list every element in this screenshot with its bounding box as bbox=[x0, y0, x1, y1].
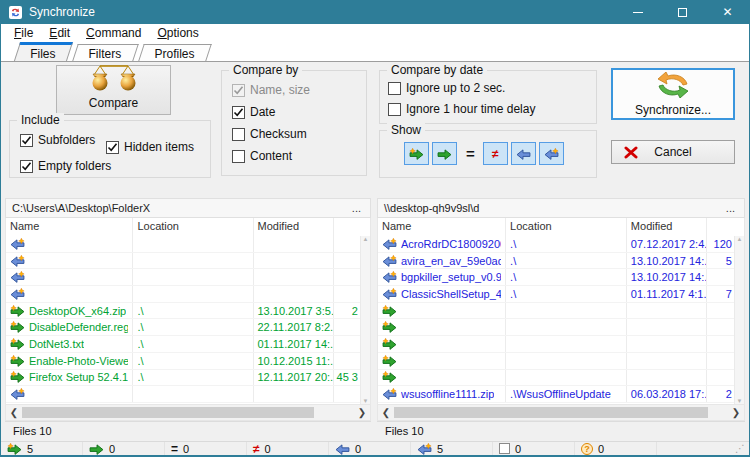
right-browse-button[interactable]: ... bbox=[719, 202, 742, 214]
file-location: .\ bbox=[133, 336, 253, 352]
checkbox-subfolders[interactable]: Subfolders bbox=[20, 133, 95, 147]
scrollbar-thumb[interactable] bbox=[22, 407, 314, 418]
column-header-name[interactable]: Name bbox=[378, 218, 506, 236]
status-checkbox-empty: 0 bbox=[493, 442, 575, 455]
minimize-button[interactable] bbox=[615, 0, 660, 24]
file-row[interactable]: Enable-Photo-Viewer....\10.12.2015 11:..… bbox=[6, 353, 370, 370]
column-header-modified[interactable]: Modified bbox=[254, 218, 334, 236]
checkbox-date[interactable]: Date bbox=[232, 105, 275, 119]
show-filter-not-equal-button[interactable]: ≠ bbox=[483, 142, 508, 165]
resize-grip[interactable]: ⋰ bbox=[735, 444, 745, 454]
compare-by-group: Compare by Name, sizeDateChecksumContent bbox=[221, 70, 367, 176]
file-row[interactable]: Firefox Setup 52.4.1es....\12.11.2017 20… bbox=[6, 370, 370, 387]
scrollbar-thumb[interactable] bbox=[394, 407, 708, 418]
file-row[interactable]: avira_en_av_59e0ade....\13.10.2017 14:..… bbox=[378, 253, 744, 270]
column-header-modified[interactable]: Modified bbox=[627, 218, 708, 236]
file-row[interactable] bbox=[6, 386, 370, 403]
menu-edit[interactable]: Edit bbox=[41, 25, 78, 42]
file-location bbox=[133, 269, 253, 285]
menu-command[interactable]: Command bbox=[78, 25, 149, 42]
column-header-size[interactable] bbox=[334, 218, 370, 236]
file-row[interactable] bbox=[378, 353, 744, 370]
file-row[interactable] bbox=[378, 336, 744, 353]
file-location bbox=[506, 336, 627, 352]
scroll-left-arrow-icon[interactable]: ❮ bbox=[6, 407, 22, 418]
status-count: 5 bbox=[437, 443, 443, 455]
file-modified bbox=[627, 353, 708, 369]
file-row[interactable]: ClassicShellSetup_4_....\01.11.2017 4:1.… bbox=[378, 286, 744, 303]
file-row[interactable]: DisableDefender.reg.\22.11.2017 8:2... bbox=[6, 319, 370, 336]
file-row[interactable] bbox=[6, 253, 370, 270]
scroll-left-arrow-icon[interactable]: ❮ bbox=[378, 407, 394, 418]
cancel-button[interactable]: Cancel bbox=[611, 140, 735, 164]
file-row[interactable] bbox=[6, 236, 370, 253]
checkbox-hidden-items[interactable]: Hidden items bbox=[106, 140, 194, 154]
left-folder-path[interactable]: C:\Users\A\Desktop\FolderX bbox=[12, 202, 150, 214]
show-filter-copy-left-new-button[interactable] bbox=[539, 142, 564, 165]
file-location: .\ bbox=[133, 319, 253, 335]
column-header-name[interactable]: Name bbox=[6, 218, 133, 236]
scroll-right-arrow-icon[interactable]: ❯ bbox=[354, 407, 370, 418]
show-filter-copy-left-button[interactable] bbox=[511, 142, 536, 165]
left-file-list: DesktopOK_x64.zip.\13.10.2017 3:5...2Dis… bbox=[5, 236, 371, 405]
file-row[interactable] bbox=[378, 319, 744, 336]
file-modified bbox=[627, 336, 708, 352]
file-row[interactable]: DotNet3.txt.\01.11.2017 14:... bbox=[6, 336, 370, 353]
file-row[interactable] bbox=[378, 303, 744, 320]
menu-file[interactable]: File bbox=[6, 25, 41, 42]
checkbox-checksum[interactable]: Checksum bbox=[232, 127, 307, 141]
file-row[interactable] bbox=[6, 286, 370, 303]
checkbox-empty-folders[interactable]: Empty folders bbox=[20, 159, 111, 173]
checkbox-ignore-up-to-2-sec[interactable]: Ignore up to 2 sec. bbox=[388, 81, 505, 95]
left-browse-button[interactable]: ... bbox=[345, 202, 368, 214]
file-name: wsusoffline1111.zip bbox=[401, 388, 494, 400]
menu-options[interactable]: Options bbox=[149, 25, 206, 42]
status-copy-right-new: 5 bbox=[1, 442, 83, 455]
checkbox-content[interactable]: Content bbox=[232, 149, 292, 163]
copy-right-new-icon bbox=[10, 371, 25, 383]
tab-files[interactable]: Files bbox=[14, 42, 74, 61]
checkbox-label: Subfolders bbox=[38, 133, 95, 147]
show-filter-copy-right-button[interactable] bbox=[432, 142, 457, 165]
close-button[interactable]: ✕ bbox=[705, 0, 750, 24]
column-header-location[interactable]: Location bbox=[133, 218, 253, 236]
checkbox-name-size: Name, size bbox=[232, 83, 310, 97]
right-horizontal-scrollbar[interactable]: ❮ ❯ bbox=[377, 405, 745, 421]
file-modified: 07.12.2017 2:4... bbox=[627, 236, 708, 252]
checkbox-ignore-1-hour-time-delay[interactable]: Ignore 1 hour time delay bbox=[388, 102, 535, 116]
synchronize-button[interactable]: Synchronize... bbox=[611, 68, 735, 120]
right-folder-path[interactable]: \\desktop-qh9v9sl\d bbox=[384, 202, 479, 214]
file-location bbox=[506, 353, 627, 369]
status-count: 0 bbox=[265, 443, 271, 455]
title-bar[interactable]: Synchronize ✕ bbox=[0, 0, 750, 24]
maximize-button[interactable] bbox=[660, 0, 705, 24]
left-vertical-scrollbar[interactable]: ▲▼ bbox=[360, 236, 370, 404]
menu-bar: FileEditCommandOptions bbox=[1, 24, 749, 43]
copy-left-new-icon bbox=[382, 271, 397, 283]
tab-profiles[interactable]: Profiles bbox=[138, 44, 212, 61]
column-header-size[interactable] bbox=[707, 218, 744, 236]
file-location: .\ bbox=[506, 236, 627, 252]
file-modified: 13.10.2017 14:... bbox=[627, 253, 708, 269]
file-row[interactable]: AcroRdrDC18009200....\07.12.2017 2:4...1… bbox=[378, 236, 744, 253]
equal-icon: = bbox=[171, 443, 178, 455]
file-row[interactable] bbox=[6, 269, 370, 286]
compare-button[interactable]: Compare bbox=[56, 65, 171, 115]
right-vertical-scrollbar[interactable]: ▲▼ bbox=[734, 236, 744, 404]
checkbox-label: Content bbox=[250, 149, 292, 163]
file-modified bbox=[627, 303, 708, 319]
column-header-location[interactable]: Location bbox=[506, 218, 627, 236]
file-row[interactable]: bgpkiller_setup_v0.9.....\13.10.2017 14:… bbox=[378, 269, 744, 286]
file-row[interactable]: DesktopOK_x64.zip.\13.10.2017 3:5...2 bbox=[6, 303, 370, 320]
show-filter-copy-right-new-button[interactable] bbox=[404, 142, 429, 165]
file-row[interactable]: wsusoffline1111.zip.\WsusOfflineUpdate06… bbox=[378, 386, 744, 403]
file-row[interactable] bbox=[378, 370, 744, 387]
file-location bbox=[506, 370, 627, 386]
file-modified bbox=[627, 319, 708, 335]
scroll-right-arrow-icon[interactable]: ❯ bbox=[728, 407, 744, 418]
right-column-headers: NameLocationModified bbox=[377, 218, 745, 236]
copy-left-new-icon bbox=[10, 388, 25, 400]
file-name: DesktopOK_x64.zip bbox=[29, 305, 126, 317]
left-horizontal-scrollbar[interactable]: ❮ ❯ bbox=[5, 405, 371, 421]
tab-filters[interactable]: Filters bbox=[73, 44, 139, 61]
